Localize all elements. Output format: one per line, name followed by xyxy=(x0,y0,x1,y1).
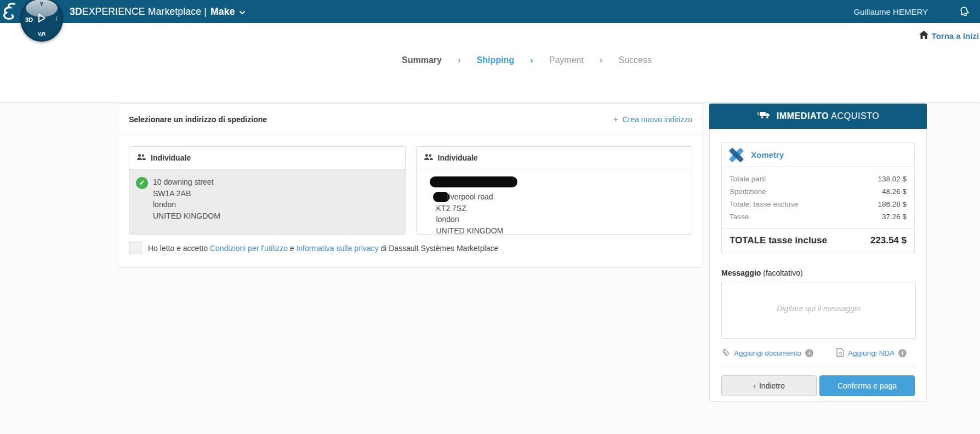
play-icon xyxy=(36,12,48,26)
message-label: Messaggio (facoltativo) xyxy=(721,269,915,277)
terms-of-use-link[interactable]: Condizioni per l'utilizzo xyxy=(210,244,288,253)
paperclip-icon xyxy=(721,348,730,358)
step-arrow-icon: › xyxy=(530,55,533,66)
user-name[interactable]: Guillaume HEMERY xyxy=(853,7,928,16)
compass-3d-label: 3D xyxy=(25,16,33,23)
step-shipping[interactable]: Shipping xyxy=(477,55,514,65)
people-icon xyxy=(136,153,146,163)
total-row-shipping: Spedizione48.26 $ xyxy=(730,185,907,198)
address-lines: liverpool road KT2 7SZ london UNITED KIN… xyxy=(436,176,517,227)
panel-title: Selezionare un indirizzo di spedizione xyxy=(129,115,267,124)
back-button[interactable]: ‹Indietro xyxy=(721,375,817,396)
header-band: Torna a Inizi Summary › Shipping › Payme… xyxy=(0,23,980,102)
address-card-1-body[interactable]: ✓ 10 downing street SW1A 2AB london UNIT… xyxy=(129,169,405,235)
dassault-3ds-logo xyxy=(2,2,20,23)
compass-vr-label: V,R xyxy=(38,31,45,37)
home-icon xyxy=(919,31,928,41)
vendor-name[interactable]: Xometry xyxy=(751,150,784,159)
total-row-excl-tax: Totale, tasse escluse186.28 $ xyxy=(730,198,907,210)
step-payment: Payment xyxy=(549,55,584,65)
address-card-2[interactable]: Individuale liverpool road KT2 7SZ londo… xyxy=(416,146,693,235)
make-menu[interactable]: Make xyxy=(210,6,235,18)
address-type-label: Individuale xyxy=(438,153,478,162)
confirm-pay-button[interactable]: Conferma e paga xyxy=(819,375,915,396)
grand-total-row: TOTALE tasse incluse 223.54 $ xyxy=(722,228,914,253)
chevron-left-icon: ‹ xyxy=(753,381,756,390)
total-row-parts: Totale parti138.02 $ xyxy=(730,173,907,185)
truck-icon xyxy=(757,110,771,122)
compass-top-glyph: Y xyxy=(39,1,43,7)
address-card-1[interactable]: Individuale ✓ 10 downing street SW1A 2AB… xyxy=(129,146,406,235)
order-summary-panel: IMMEDIATO ACQUISTO Xometry Totale parti1… xyxy=(709,104,927,402)
add-nda-link[interactable]: Aggiungi NDA i xyxy=(836,348,907,358)
privacy-policy-link[interactable]: Informativa sulla privacy xyxy=(296,244,378,253)
back-to-home-link[interactable]: Torna a Inizi xyxy=(919,31,979,41)
step-arrow-icon: › xyxy=(600,55,603,66)
checkout-steps: Summary › Shipping › Payment › Success xyxy=(402,55,652,66)
redacted-name xyxy=(430,176,517,187)
info-icon[interactable]: i xyxy=(898,349,907,357)
message-input[interactable] xyxy=(721,282,916,339)
terms-text: Ho letto e accetto Condizioni per l'util… xyxy=(148,244,498,253)
compass-i-glyph: i xyxy=(56,16,57,22)
vendor-row[interactable]: Xometry xyxy=(722,143,914,167)
shipping-address-panel: Selezionare un indirizzo di spedizione +… xyxy=(118,104,703,268)
top-bar: 3DEXPERIENCE Marketplace | Make Guillaum… xyxy=(0,0,980,23)
create-address-link[interactable]: + Crea nuovo indirizzo xyxy=(613,114,692,125)
selected-check-icon: ✓ xyxy=(136,177,148,189)
step-arrow-icon: › xyxy=(458,55,461,66)
brand-rest: EXPERIENCE Marketplace | xyxy=(82,6,207,17)
accept-terms-checkbox[interactable] xyxy=(129,242,141,254)
grand-total-value: 223.54 $ xyxy=(870,235,907,246)
plus-icon: + xyxy=(613,114,618,125)
address-card-2-body[interactable]: liverpool road KT2 7SZ london UNITED KIN… xyxy=(417,169,692,235)
document-icon xyxy=(836,348,844,358)
info-icon[interactable]: i xyxy=(805,349,813,357)
total-row-tax: Tasse37.26 $ xyxy=(730,210,907,223)
step-success: Success xyxy=(619,55,652,65)
xometry-logo-icon xyxy=(728,147,744,163)
order-panel-header: IMMEDIATO ACQUISTO xyxy=(709,104,927,129)
add-document-link[interactable]: Aggiungi documento i xyxy=(721,348,813,358)
address-type-label: Individuale xyxy=(151,153,191,162)
people-icon xyxy=(424,153,433,163)
brand-3d: 3D xyxy=(70,6,82,17)
notifications-bell-icon[interactable] xyxy=(958,5,971,19)
address-lines: 10 downing street SW1A 2AB london UNITED… xyxy=(153,176,220,227)
order-totals-box: Xometry Totale parti138.02 $ Spedizione4… xyxy=(721,142,915,253)
chevron-down-icon[interactable] xyxy=(239,6,246,18)
app-title: 3DEXPERIENCE Marketplace | Make xyxy=(70,0,246,23)
step-summary[interactable]: Summary xyxy=(402,55,442,65)
